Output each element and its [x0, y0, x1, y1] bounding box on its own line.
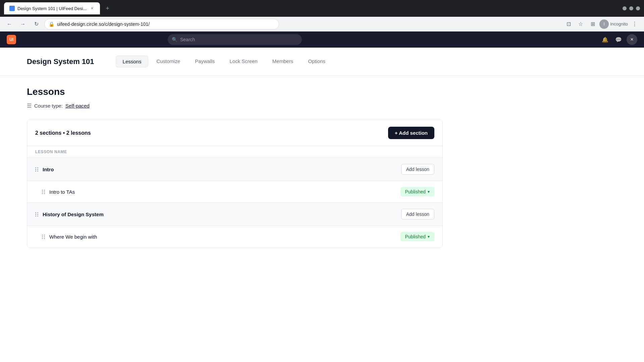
- extension-button[interactable]: ⊞: [587, 19, 598, 29]
- reload-icon: ↻: [34, 21, 39, 27]
- cast-button[interactable]: ⊡: [563, 19, 574, 29]
- window-controls: [623, 6, 640, 10]
- published-badge-intro-tas[interactable]: Published ▾: [400, 187, 435, 196]
- search-icon: 🔍: [172, 37, 177, 42]
- header-right-actions: 🔔 💬 ×: [600, 34, 637, 45]
- course-type-row: ☰ Course type: Self-paced: [27, 103, 443, 109]
- bookmark-button[interactable]: ☆: [575, 19, 586, 29]
- lesson-drag-handle[interactable]: [42, 235, 45, 239]
- course-nav-tabs: Lessons Customize Paywalls Lock Screen M…: [116, 56, 332, 67]
- close-overlay-button[interactable]: ×: [627, 34, 637, 45]
- browser-toolbar: ← → ↻ 🔒 uifeed-design.circle.so/c/design…: [0, 17, 644, 32]
- menu-button[interactable]: ⋮: [629, 19, 640, 29]
- lock-icon: 🔒: [49, 21, 54, 27]
- section-name-history: History of Design System: [43, 212, 397, 217]
- published-label: Published: [405, 234, 426, 239]
- section-name: Intro: [43, 167, 397, 172]
- section-row: History of Design System Add lesson: [27, 203, 442, 226]
- reload-button[interactable]: ↻: [31, 19, 42, 29]
- page-title: Lessons: [27, 86, 443, 97]
- tab-lock-screen[interactable]: Lock Screen: [223, 56, 264, 67]
- address-text: uifeed-design.circle.so/c/design-system-…: [57, 21, 275, 27]
- app-header-bar: UI 🔍 Search 🔔 💬 ×: [0, 32, 644, 48]
- lesson-row: Where We begin with Published ▾: [27, 226, 442, 247]
- maximize-button[interactable]: [629, 6, 633, 10]
- back-icon: ←: [7, 21, 12, 27]
- tab-paywalls[interactable]: Paywalls: [188, 56, 221, 67]
- lesson-name-intro-tas: Intro to TAs: [49, 189, 396, 195]
- new-tab-button[interactable]: +: [103, 4, 112, 13]
- add-lesson-button-intro[interactable]: Add lesson: [401, 164, 434, 175]
- section-row: Intro Add lesson: [27, 158, 442, 181]
- lesson-drag-handle[interactable]: [42, 190, 45, 194]
- minimize-button[interactable]: [623, 6, 627, 10]
- toolbar-actions: ⊡ ☆ ⊞ I Incognito ⋮: [563, 19, 640, 29]
- app-search-bar[interactable]: 🔍 Search: [168, 34, 302, 45]
- profile-button[interactable]: I: [599, 19, 609, 29]
- course-type-link[interactable]: Self-paced: [65, 103, 90, 109]
- forward-icon: →: [20, 21, 25, 27]
- chat-button[interactable]: 💬: [613, 34, 624, 45]
- section-drag-handle[interactable]: [35, 167, 39, 172]
- lesson-name-column-header: LESSON NAME: [35, 149, 67, 154]
- page-container: Design System 101 Lessons Customize Payw…: [0, 48, 644, 362]
- tab-favicon: [9, 6, 15, 11]
- incognito-label: Incognito: [610, 21, 628, 26]
- tab-customize[interactable]: Customize: [150, 56, 187, 67]
- add-section-button[interactable]: + Add section: [388, 127, 434, 139]
- published-badge-where-we-begin[interactable]: Published ▾: [400, 232, 435, 241]
- chevron-down-icon: ▾: [428, 234, 430, 239]
- add-lesson-button-history[interactable]: Add lesson: [401, 209, 434, 220]
- main-content: Lessons ☰ Course type: Self-paced 2 sect…: [0, 76, 470, 258]
- course-header: Design System 101 Lessons Customize Payw…: [0, 48, 644, 76]
- course-title: Design System 101: [27, 57, 94, 66]
- course-type-icon: ☰: [27, 103, 32, 109]
- close-button[interactable]: [636, 6, 640, 10]
- course-type-label: Course type:: [34, 103, 63, 109]
- section-drag-handle[interactable]: [35, 212, 39, 217]
- tab-options[interactable]: Options: [301, 56, 332, 67]
- sections-count: 2 sections • 2 lessons: [35, 130, 91, 136]
- lesson-row: Intro to TAs Published ▾: [27, 181, 442, 203]
- app-logo: UI: [7, 35, 16, 44]
- tab-close-button[interactable]: ×: [89, 6, 95, 11]
- tab-lessons[interactable]: Lessons: [116, 56, 149, 67]
- address-bar[interactable]: 🔒 uifeed-design.circle.so/c/design-syste…: [44, 19, 279, 29]
- chevron-down-icon: ▾: [428, 189, 430, 194]
- tab-members[interactable]: Members: [266, 56, 300, 67]
- back-button[interactable]: ←: [4, 19, 15, 29]
- lessons-table: 2 sections • 2 lessons + Add section LES…: [27, 120, 443, 248]
- column-headers: LESSON NAME: [27, 146, 442, 158]
- table-header-row: 2 sections • 2 lessons + Add section: [27, 120, 442, 146]
- forward-button[interactable]: →: [17, 19, 28, 29]
- published-label: Published: [405, 189, 426, 194]
- browser-chrome: Design System 101 | UIFeed Desi... × +: [0, 0, 644, 17]
- lesson-name-where-we-begin: Where We begin with: [49, 234, 396, 240]
- tab-title: Design System 101 | UIFeed Desi...: [17, 6, 87, 11]
- close-icon: ×: [630, 37, 633, 43]
- notification-bell-button[interactable]: 🔔: [600, 34, 610, 45]
- search-placeholder: Search: [180, 37, 195, 42]
- browser-tab[interactable]: Design System 101 | UIFeed Desi... ×: [4, 2, 100, 14]
